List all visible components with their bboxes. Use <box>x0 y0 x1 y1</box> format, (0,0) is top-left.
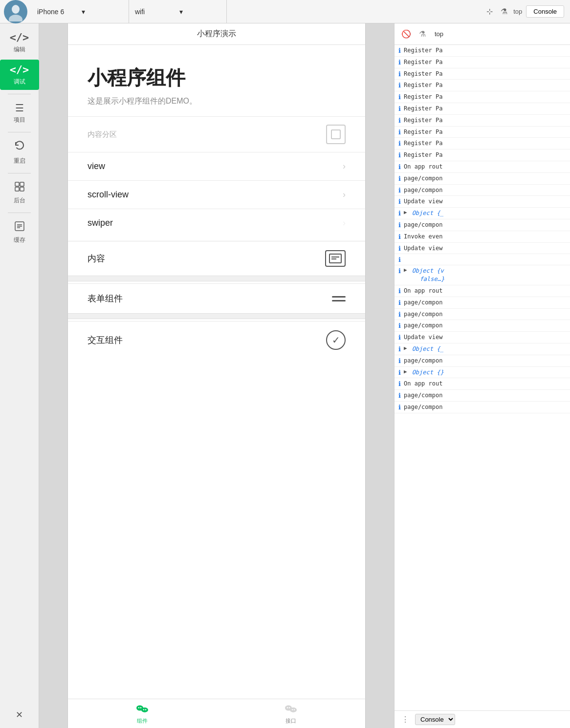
console-entry-text: page/compon <box>404 321 442 330</box>
backend-icon <box>14 181 25 194</box>
bottom-nav-item-api[interactable]: 接口 <box>217 703 365 725</box>
console-entry: ℹpage/compon <box>395 185 570 196</box>
sidebar-item-close[interactable]: ✕ <box>0 706 39 724</box>
console-filter-btn[interactable]: ⚗ <box>417 28 428 40</box>
svg-point-22 <box>287 707 288 708</box>
svg-point-17 <box>140 707 142 708</box>
console-entry: ℹRegister Pa <box>395 103 570 115</box>
console-info-icon: ℹ <box>398 322 401 329</box>
phone-hero-subtitle: 这是展示小程序组件的DEMO。 <box>88 96 346 107</box>
console-entry-text: Register Pa <box>404 46 442 55</box>
restart-icon <box>14 140 25 155</box>
cursor-icon-btn[interactable]: ⊹ <box>484 5 495 18</box>
bottom-nav-api-label: 接口 <box>285 717 296 725</box>
svg-point-20 <box>145 709 146 710</box>
console-entry: ℹpage/compon <box>395 219 570 231</box>
console-entry: ℹInvoke even <box>395 231 570 243</box>
console-entry: ℹ▶Object {} <box>395 367 570 379</box>
center-panel: 小程序演示 小程序组件 这是展示小程序组件的DEMO。 内容分区 <box>39 23 394 728</box>
list-item-swiper[interactable]: swiper › <box>68 209 365 237</box>
console-info-icon: ℹ <box>398 82 401 89</box>
code-icon: </> <box>10 31 29 43</box>
console-entry-text: page/compon <box>404 174 442 183</box>
console-info-icon: ℹ <box>398 311 401 318</box>
console-info-icon: ℹ <box>398 210 401 217</box>
sidebar-item-cache[interactable]: 缓存 <box>0 217 39 248</box>
sidebar-item-edit[interactable]: </> 编辑 <box>0 27 39 58</box>
console-expand-icon[interactable]: ▶ <box>404 368 407 375</box>
sidebar-divider-3 <box>8 173 31 173</box>
console-tab-btn[interactable]: Console <box>526 5 564 18</box>
wifi-selector[interactable]: wifi ▾ <box>129 0 227 23</box>
console-expand-icon[interactable]: ▶ <box>404 345 407 351</box>
console-expand-icon[interactable]: ▶ <box>404 209 407 215</box>
console-entry: ℹ <box>395 254 570 265</box>
list-item-scroll-view-chevron-icon: › <box>343 190 346 200</box>
console-object-text: Object {} <box>412 368 444 377</box>
console-entry: ℹ▶Object {vfalse…} <box>395 265 570 285</box>
console-more-btn[interactable]: ⋮ <box>399 714 411 725</box>
console-select[interactable]: Console <box>415 714 455 725</box>
list-item-view-chevron-icon: › <box>343 161 346 171</box>
console-object-text: Object {vfalse…} <box>412 267 445 283</box>
phone-bottom-nav: 组件 接口 <box>68 699 365 728</box>
console-entry-text: Register Pa <box>404 151 442 159</box>
phone-title: 小程序演示 <box>197 29 236 39</box>
console-entry-text: page/compon <box>404 299 442 307</box>
phone-hero-title: 小程序组件 <box>88 64 346 91</box>
console-info-icon: ℹ <box>398 198 401 205</box>
sidebar-item-backend[interactable]: 后台 <box>0 177 39 209</box>
phone-top-bar: 小程序演示 <box>68 23 365 45</box>
console-info-icon: ℹ <box>398 187 401 194</box>
sidebar-item-restart[interactable]: 重启 <box>0 136 39 169</box>
phone-hero: 小程序组件 这是展示小程序组件的DEMO。 <box>68 45 365 116</box>
phone-section-header: 内容分区 <box>68 116 365 152</box>
svg-rect-3 <box>15 182 19 186</box>
console-entry-text: page/compon <box>404 186 442 194</box>
svg-point-26 <box>294 709 295 710</box>
console-entry: ℹ▶Object {_ <box>395 208 570 219</box>
console-info-icon: ℹ <box>398 117 401 124</box>
sidebar-divider-1 <box>8 94 31 94</box>
console-entry-text: Register Pa <box>404 93 442 101</box>
svg-point-19 <box>143 709 144 710</box>
filter-icon-btn[interactable]: ⚗ <box>499 5 509 18</box>
console-entry-text: On app rout <box>404 380 442 388</box>
svg-point-23 <box>289 707 290 708</box>
console-info-icon: ℹ <box>398 299 401 306</box>
phone-frame: 小程序演示 小程序组件 这是展示小程序组件的DEMO。 内容分区 <box>67 23 366 728</box>
top-label: top <box>513 8 522 15</box>
device-selector[interactable]: iPhone 6 ▾ <box>31 0 129 23</box>
console-entry-text: Register Pa <box>404 81 442 89</box>
sidebar-item-project[interactable]: ☰ 项目 <box>0 98 39 128</box>
section-divider <box>68 276 365 281</box>
console-entry-text: Update view <box>404 244 442 253</box>
top-bar-right: ⊹ ⚗ top Console <box>484 5 570 18</box>
list-item-view[interactable]: view › <box>68 152 365 180</box>
list-item-view-label: view <box>88 161 105 171</box>
bottom-nav-item-components[interactable]: 组件 <box>68 703 217 725</box>
sidebar-item-debug[interactable]: </> 调试 <box>0 60 39 90</box>
console-entry-text: page/compon <box>404 221 442 229</box>
console-entry-text: On app rout <box>404 287 442 295</box>
section-form: 表单组件 <box>68 283 365 313</box>
list-item-scroll-view[interactable]: scroll-view › <box>68 180 365 209</box>
section-divider-2 <box>68 313 365 319</box>
console-log: ℹRegister PaℹRegister PaℹRegister PaℹReg… <box>395 45 570 710</box>
device-label: iPhone 6 <box>37 8 79 16</box>
console-info-icon: ℹ <box>398 59 401 66</box>
list-item-swiper-label: swiper <box>88 218 113 228</box>
console-entry: ℹ▶Object {_ <box>395 343 570 355</box>
console-entry: ℹpage/compon <box>395 355 570 367</box>
svg-point-24 <box>290 707 297 712</box>
console-expand-icon[interactable]: ▶ <box>404 267 407 273</box>
console-info-icon: ℹ <box>398 151 401 159</box>
device-chevron-icon: ▾ <box>82 8 123 16</box>
section-form-label: 表单组件 <box>88 293 123 304</box>
console-clear-btn[interactable]: 🚫 <box>399 28 413 40</box>
console-panel: 🚫 ⚗ top ℹRegister PaℹRegister PaℹRegiste… <box>394 23 570 728</box>
console-entry-text: Register Pa <box>404 116 442 125</box>
wifi-label: wifi <box>135 8 176 16</box>
console-info-icon: ℹ <box>398 175 401 182</box>
svg-point-1 <box>12 5 20 14</box>
